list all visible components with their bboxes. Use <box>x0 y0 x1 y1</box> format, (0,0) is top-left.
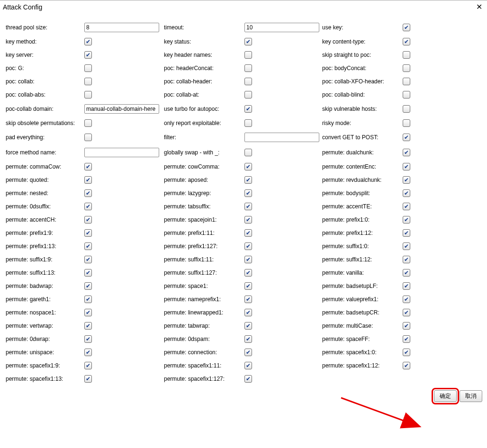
only-report-exploitable-label: only report exploitable: <box>164 120 244 126</box>
permute-valueprefix1-checkbox[interactable] <box>403 296 410 303</box>
permute-badwrap-checkbox[interactable] <box>84 282 92 290</box>
permute-prefix1-12-checkbox[interactable] <box>403 229 410 237</box>
ok-button[interactable]: 确定 <box>434 390 457 402</box>
pad-everything-checkbox[interactable] <box>84 134 92 141</box>
permute-nameprefix1-checkbox[interactable] <box>244 296 252 303</box>
permute-contentenc-checkbox[interactable] <box>403 163 410 170</box>
permute-nospace1-checkbox[interactable] <box>84 309 92 316</box>
poc-collab-domain-input[interactable] <box>84 104 159 114</box>
attack-config-window: Attack Config ✕ thread pool size:timeout… <box>0 0 487 407</box>
permute-nospace1-control-cell <box>84 309 164 316</box>
permute-accentte-checkbox[interactable] <box>403 203 410 210</box>
permute-tabsuffix-checkbox[interactable] <box>244 203 252 210</box>
permute-gareth1-checkbox[interactable] <box>84 296 92 303</box>
permute-spacefix1-11-checkbox[interactable] <box>244 362 252 369</box>
permute-prefix1-13-checkbox[interactable] <box>84 242 92 250</box>
key-server-checkbox[interactable] <box>84 51 92 59</box>
poc-collab-xfo-header-checkbox[interactable] <box>403 78 410 85</box>
only-report-exploitable-checkbox[interactable] <box>244 119 252 127</box>
permute-nameprefix1-control-cell <box>244 296 322 303</box>
permute-badwrap-control-cell <box>84 282 164 290</box>
key-header-names-checkbox[interactable] <box>244 51 252 59</box>
permute-spacefix1-127-checkbox[interactable] <box>244 375 252 383</box>
permute-connection-control-cell <box>244 349 322 356</box>
permute-spacefix1-12-checkbox[interactable] <box>403 362 410 369</box>
permute-0dspam-checkbox[interactable] <box>244 335 252 343</box>
permute-vertwrap-checkbox[interactable] <box>84 322 92 330</box>
permute-spacefix1-0-checkbox[interactable] <box>403 349 410 356</box>
permute-suffix1-9-checkbox[interactable] <box>84 256 92 263</box>
use-key-checkbox[interactable] <box>403 24 410 31</box>
thread-pool-size-control-cell <box>84 23 164 32</box>
permute-dualchunk-checkbox[interactable] <box>403 149 410 156</box>
skip-vulnerable-hosts-checkbox[interactable] <box>403 105 410 113</box>
poc-bodyconcat-checkbox[interactable] <box>403 64 410 72</box>
permute-commacow-checkbox[interactable] <box>84 163 92 170</box>
permute-multicase-checkbox[interactable] <box>403 322 410 330</box>
permute-suffix1-12-checkbox[interactable] <box>403 256 410 263</box>
permute-spacefix1-13-checkbox[interactable] <box>84 375 92 383</box>
permute-accentch-checkbox[interactable] <box>84 216 92 224</box>
poc-collab-at-checkbox[interactable] <box>244 91 252 99</box>
poc-g-checkbox[interactable] <box>84 64 92 72</box>
permute-spacefix1-9-checkbox[interactable] <box>84 362 92 369</box>
permute-lazygrep-label: permute: lazygrep: <box>164 190 244 197</box>
permute-0dsuffix-checkbox[interactable] <box>84 203 92 210</box>
permute-nameprefix1-label: permute: nameprefix1: <box>164 296 244 303</box>
permute-0dwrap-checkbox[interactable] <box>84 335 92 343</box>
poc-collab-at-control-cell <box>244 91 322 99</box>
thread-pool-size-input[interactable] <box>84 23 159 32</box>
poc-collab-blind-checkbox[interactable] <box>403 91 410 99</box>
permute-connection-checkbox[interactable] <box>244 349 252 356</box>
permute-linewrapped1-checkbox[interactable] <box>244 309 252 316</box>
permute-revdualchunk-checkbox[interactable] <box>403 176 410 184</box>
permute-nested-control-cell <box>84 189 164 197</box>
permute-suffix1-127-checkbox[interactable] <box>244 269 252 277</box>
permute-suffix1-13-checkbox[interactable] <box>84 269 92 277</box>
permute-vanilla-checkbox[interactable] <box>403 269 410 277</box>
permute-prefix1-11-checkbox[interactable] <box>244 229 252 237</box>
poc-collab-checkbox[interactable] <box>84 78 92 85</box>
permute-lazygrep-checkbox[interactable] <box>244 189 252 197</box>
permute-tabwrap-control-cell <box>244 322 322 330</box>
permute-badsetupcr-checkbox[interactable] <box>403 309 410 316</box>
key-method-control-cell <box>84 38 164 45</box>
permute-suffix1-11-checkbox[interactable] <box>244 256 252 263</box>
permute-suffix1-0-checkbox[interactable] <box>403 242 410 250</box>
permute-prefix1-127-checkbox[interactable] <box>244 242 252 250</box>
poc-collab-header-checkbox[interactable] <box>244 78 252 85</box>
permute-badsetuplf-checkbox[interactable] <box>403 282 410 290</box>
skip-obsolete-permutations-checkbox[interactable] <box>84 119 92 127</box>
permute-spaceff-checkbox[interactable] <box>403 335 410 343</box>
permute-space1-checkbox[interactable] <box>244 282 252 290</box>
permute-spacefix1-11-label: permute: spacefix1:11: <box>164 362 244 369</box>
permute-bodysplit-checkbox[interactable] <box>403 189 410 197</box>
force-method-name-input[interactable] <box>84 148 159 157</box>
poc-collab-abs-checkbox[interactable] <box>84 91 92 99</box>
close-icon[interactable]: ✕ <box>476 2 482 11</box>
poc-headerconcat-checkbox[interactable] <box>244 64 252 72</box>
permute-unispace-checkbox[interactable] <box>84 349 92 356</box>
timeout-input[interactable] <box>244 23 319 32</box>
permute-spacejoin1-checkbox[interactable] <box>244 216 252 224</box>
filter-input[interactable] <box>244 133 319 142</box>
risky-mode-checkbox[interactable] <box>403 119 410 127</box>
permute-valueprefix1-control-cell <box>403 296 413 303</box>
permute-prefix1-0-checkbox[interactable] <box>403 216 410 224</box>
permute-tabwrap-checkbox[interactable] <box>244 322 252 330</box>
skip-straight-to-poc-checkbox[interactable] <box>403 51 410 59</box>
permute-spacefix1-0-control-cell <box>403 349 413 356</box>
permute-aposed-checkbox[interactable] <box>244 176 252 184</box>
permute-nested-checkbox[interactable] <box>84 189 92 197</box>
convert-get-to-post-checkbox[interactable] <box>403 134 410 141</box>
key-content-type-checkbox[interactable] <box>403 38 410 45</box>
permute-cowcomma-checkbox[interactable] <box>244 163 252 170</box>
permute-quoted-checkbox[interactable] <box>84 176 92 184</box>
cancel-button[interactable]: 取消 <box>460 390 482 402</box>
use-turbo-autopoc-checkbox[interactable] <box>244 105 252 113</box>
permute-prefix1-9-checkbox[interactable] <box>84 229 92 237</box>
key-status-checkbox[interactable] <box>244 38 252 45</box>
permute-badwrap-label: permute: badwrap: <box>6 283 84 289</box>
globally-swap-dash-underscore-checkbox[interactable] <box>244 149 252 156</box>
key-method-checkbox[interactable] <box>84 38 92 45</box>
